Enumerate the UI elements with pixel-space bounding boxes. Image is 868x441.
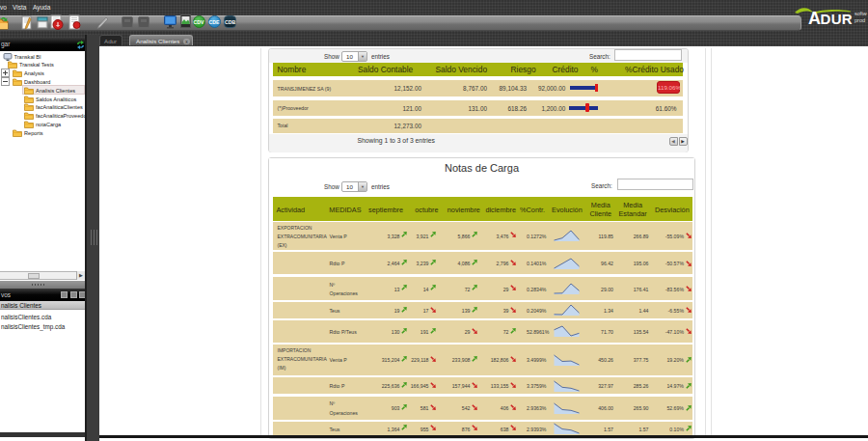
- svg-text:A: A: [808, 9, 821, 28]
- svg-text:prod: prod: [854, 17, 865, 23]
- svg-text:DUR: DUR: [821, 11, 853, 27]
- svg-text:softw: softw: [854, 11, 867, 16]
